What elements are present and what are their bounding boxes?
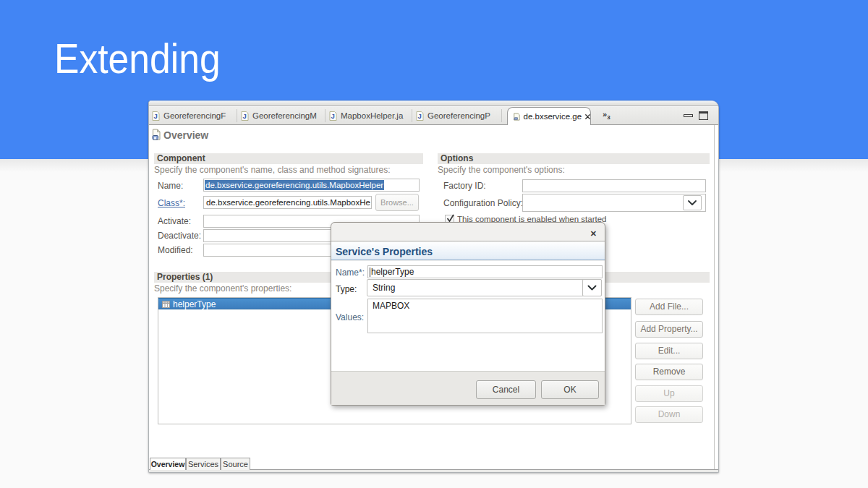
svg-text:J: J xyxy=(154,112,158,120)
svg-text:J: J xyxy=(331,112,335,120)
svg-text:J: J xyxy=(243,112,247,120)
svg-text:J: J xyxy=(418,112,422,120)
